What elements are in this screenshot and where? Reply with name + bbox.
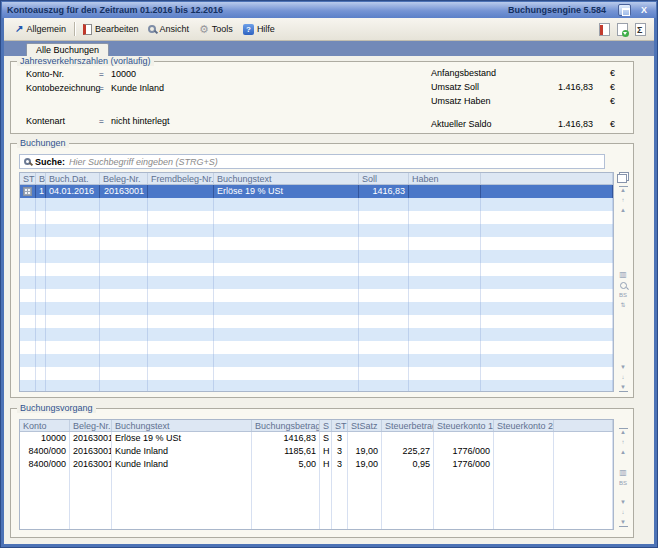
column-header[interactable]: Buchungsbetrag	[252, 420, 320, 431]
restore-window-button[interactable]	[618, 4, 631, 16]
column-header[interactable]: Steuerkonto 2	[494, 420, 554, 431]
grid-cell	[359, 224, 409, 237]
column-header[interactable]: Buchungstext	[112, 420, 252, 431]
column-select-button[interactable]: ▥	[619, 468, 628, 477]
column-select-button[interactable]: ▥	[619, 270, 628, 279]
column-header[interactable]: B	[36, 173, 46, 184]
next-record-button[interactable]: ▼	[619, 499, 628, 506]
grid-cell	[494, 497, 554, 510]
grid-cell	[434, 523, 494, 530]
prev-record-button[interactable]: ▲	[619, 449, 628, 456]
copy-button[interactable]	[617, 172, 629, 183]
grid-cell	[36, 211, 46, 224]
menu-ansicht[interactable]: Ansicht	[143, 22, 194, 36]
menu-label: Bearbeiten	[95, 24, 139, 34]
bs-button[interactable]: BS	[619, 480, 628, 487]
grid-cell	[359, 289, 409, 302]
table-row-selected[interactable]: 104.01.201620163001Erlöse 19 % USt1416,8…	[20, 185, 613, 198]
table-row[interactable]: 8400/00020163001Kunde Inland5,00H319,000…	[20, 458, 613, 471]
column-header[interactable]: StSatz	[348, 420, 382, 431]
column-header[interactable]: S	[320, 420, 332, 431]
currency-label: €	[610, 96, 615, 106]
sheet-icon	[23, 187, 32, 196]
vorgang-grid: KontoBeleg-Nr.BuchungstextBuchungsbetrag…	[19, 419, 614, 530]
grid-cell	[382, 497, 434, 510]
toolbar-right: Σ	[599, 23, 646, 36]
grid-cell	[46, 341, 100, 354]
grid-cell	[494, 445, 554, 458]
grid-cell-filler	[554, 523, 613, 530]
table-row-empty	[20, 328, 613, 341]
grid-cell-filler	[481, 315, 613, 328]
grid-search-button[interactable]	[620, 282, 627, 289]
column-header[interactable]: Konto	[20, 420, 70, 431]
grid-cell-filler	[554, 445, 613, 458]
grid-cell	[332, 497, 348, 510]
buchungen-grid: STBBuch.Dat.Beleg-Nr.Fremdbeleg-Nr.Buchu…	[19, 172, 614, 392]
column-header[interactable]: Beleg-Nr.	[70, 420, 112, 431]
menu-tools[interactable]: ⚙ Tools	[194, 22, 238, 37]
grid-cell: 04.01.2016	[46, 185, 100, 198]
column-header[interactable]: Fremdbeleg-Nr.	[148, 173, 214, 184]
field-value: 1.416,83	[558, 119, 593, 129]
sort-button[interactable]: ⇅	[619, 302, 628, 309]
scroll-up-button[interactable]: ↑	[619, 197, 628, 204]
grid-cell	[252, 471, 320, 484]
menu-hilfe[interactable]: ? Hilfe	[238, 22, 280, 37]
bs-button[interactable]: BS	[619, 292, 628, 299]
column-header[interactable]: Soll	[359, 173, 409, 184]
grid-cell: 1416,83	[252, 432, 320, 445]
column-header[interactable]: Haben	[409, 173, 481, 184]
column-header[interactable]: Buch.Dat.	[46, 173, 100, 184]
grid-cell	[148, 237, 214, 250]
go-first-button[interactable]: ▲	[619, 428, 628, 436]
table-row-empty	[20, 354, 613, 367]
table-row-empty	[20, 380, 613, 392]
grid-cell	[100, 289, 148, 302]
go-last-button[interactable]: ▼	[619, 384, 628, 392]
grid-cell	[409, 276, 481, 289]
field-label: Umsatz Soll	[431, 82, 479, 92]
grid-cell	[359, 211, 409, 224]
grid-cell	[100, 367, 148, 380]
currency-label: €	[610, 119, 615, 129]
column-header[interactable]: ST	[20, 173, 36, 184]
export-document-button[interactable]	[617, 23, 628, 36]
scroll-down-button[interactable]: ↓	[619, 509, 628, 516]
grid-cell: 1776/000	[434, 458, 494, 471]
menu-bearbeiten[interactable]: Bearbeiten	[78, 22, 144, 37]
sum-document-button[interactable]: Σ	[635, 23, 646, 36]
table-row[interactable]: 1000020163001Erlöse 19 % USt1416,83S3	[20, 432, 613, 445]
menubar: ↗ Allgemein Bearbeiten Ansicht ⚙ Tools ?…	[4, 18, 654, 41]
grid-cell-filler	[481, 211, 613, 224]
tab-alle-buchungen[interactable]: Alle Buchungen	[26, 43, 109, 56]
grid-cell	[148, 380, 214, 392]
column-header[interactable]: Steuerkonto 1	[434, 420, 494, 431]
close-window-button[interactable]: X	[637, 5, 651, 15]
menu-allgemein[interactable]: ↗ Allgemein	[10, 22, 71, 36]
scroll-up-button[interactable]: ↑	[619, 439, 628, 446]
view-magnifier-icon	[148, 25, 156, 33]
scroll-down-button[interactable]: ↓	[619, 374, 628, 381]
next-record-button[interactable]: ▼	[619, 364, 628, 371]
grid-cell	[359, 367, 409, 380]
grid-cell	[46, 328, 100, 341]
grid-cell-filler	[481, 354, 613, 367]
currency-label: €	[610, 68, 615, 78]
report-document-button[interactable]	[599, 23, 610, 36]
column-header[interactable]: Steuerbetrag	[382, 420, 434, 431]
search-label: Suche:	[35, 157, 65, 167]
go-first-button[interactable]: ▲	[619, 186, 628, 194]
go-last-button[interactable]: ▼	[619, 519, 628, 527]
column-header[interactable]: Beleg-Nr.	[100, 173, 148, 184]
column-header[interactable]: Buchungstext	[214, 173, 359, 184]
summary-groupbox: Jahresverkehrszahlen (vorläufig) Konto-N…	[10, 61, 634, 134]
grid-cell	[348, 497, 382, 510]
search-input[interactable]	[69, 157, 600, 167]
grid-cell	[409, 354, 481, 367]
column-header[interactable]: ST	[332, 420, 348, 431]
grid-cell	[36, 302, 46, 315]
grid-cell-filler	[481, 263, 613, 276]
prev-record-button[interactable]: ▲	[619, 207, 628, 214]
table-row[interactable]: 8400/00020163001Kunde Inland1185,61H319,…	[20, 445, 613, 458]
